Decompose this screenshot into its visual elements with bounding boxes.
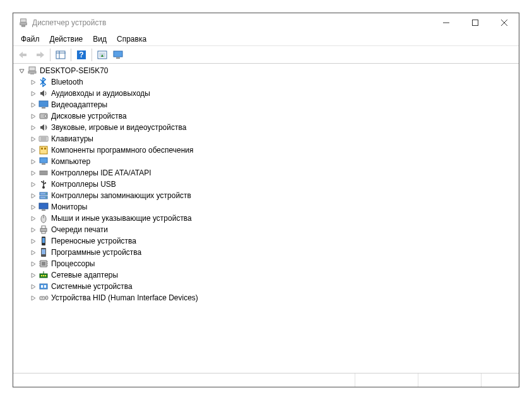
expand-icon[interactable]: [28, 250, 37, 256]
back-button[interactable]: [16, 48, 31, 62]
menu-view[interactable]: Вид: [88, 33, 112, 45]
tree-item[interactable]: Клавиатуры: [17, 133, 519, 144]
expand-icon[interactable]: [28, 136, 37, 142]
tree-item-label: Дисковые устройства: [51, 112, 127, 121]
expand-icon[interactable]: [28, 125, 37, 131]
expand-icon[interactable]: [28, 102, 37, 108]
svg-rect-9: [56, 51, 65, 59]
menu-action[interactable]: Действие: [45, 33, 88, 45]
tree-item[interactable]: Мониторы: [17, 201, 519, 213]
menu-file[interactable]: Файл: [16, 33, 45, 45]
menu-help[interactable]: Справка: [112, 33, 151, 45]
tree-item[interactable]: Компьютер: [17, 156, 519, 167]
tree-item[interactable]: Bluetooth: [17, 76, 519, 88]
svg-rect-33: [42, 163, 45, 165]
expand-icon[interactable]: [28, 295, 37, 301]
tree-item-label: Компоненты программного обеспечения: [51, 146, 194, 155]
expand-icon[interactable]: [28, 79, 37, 85]
tree-item-label: Звуковые, игровые и видеоустройства: [51, 123, 186, 132]
forward-button[interactable]: [32, 48, 47, 62]
expand-icon[interactable]: [28, 284, 37, 290]
svg-rect-1: [20, 23, 27, 25]
expand-icon[interactable]: [28, 182, 37, 187]
mouse-icon: [38, 213, 49, 223]
tree-item-label: Bluetooth: [51, 78, 83, 86]
tree-item-label: Процессоры: [51, 259, 95, 268]
expand-icon[interactable]: [28, 170, 37, 176]
close-button[interactable]: [490, 13, 519, 32]
tree-item-label: Контроллеры IDE ATA/ATAPI: [51, 168, 151, 177]
monitor-button[interactable]: [111, 48, 126, 62]
ide-icon: [38, 168, 49, 178]
tree-item[interactable]: Контроллеры USB: [17, 179, 519, 190]
portable-icon: [38, 236, 49, 246]
toolbar-separator: [50, 49, 50, 61]
svg-rect-68: [41, 275, 42, 276]
svg-point-24: [44, 115, 47, 117]
tree-item[interactable]: Мыши и иные указывающие устройства: [17, 213, 519, 224]
tree-item[interactable]: Компоненты программного обеспечения: [17, 144, 519, 156]
tree-item[interactable]: Звуковые, игровые и видеоустройства: [17, 122, 519, 133]
show-hide-tree-button[interactable]: [53, 48, 68, 62]
svg-rect-73: [41, 285, 43, 288]
svg-point-47: [45, 197, 47, 198]
expand-icon[interactable]: [28, 193, 37, 199]
expand-icon[interactable]: [28, 216, 37, 221]
collapse-icon[interactable]: [17, 68, 26, 74]
window-controls: [432, 13, 519, 32]
menubar: Файл Действие Вид Справка: [13, 32, 519, 46]
svg-rect-56: [42, 238, 45, 243]
svg-rect-18: [29, 67, 35, 71]
tree-item[interactable]: Процессоры: [17, 258, 519, 269]
expand-icon[interactable]: [28, 273, 37, 278]
expand-icon[interactable]: [28, 227, 37, 233]
svg-rect-7: [23, 54, 27, 56]
expand-icon[interactable]: [28, 148, 37, 153]
tree-item[interactable]: Переносные устройства: [17, 235, 519, 247]
tree-item[interactable]: Контроллеры IDE ATA/ATAPI: [17, 167, 519, 179]
expand-icon[interactable]: [28, 261, 37, 267]
tree-item[interactable]: Видеоадаптеры: [17, 99, 519, 110]
svg-rect-58: [42, 249, 45, 254]
expand-icon[interactable]: [28, 238, 37, 244]
maximize-button[interactable]: [461, 13, 490, 32]
expand-icon[interactable]: [28, 159, 37, 165]
tree-item-label: Компьютер: [51, 157, 90, 166]
expand-icon[interactable]: [28, 91, 37, 97]
tree-item[interactable]: Очереди печати: [17, 224, 519, 235]
device-tree[interactable]: DESKTOP-SEI5K70 BluetoothАудиовходы и ау…: [13, 64, 519, 373]
toolbar-separator: [71, 49, 71, 61]
expand-icon[interactable]: [28, 114, 37, 119]
monitor-icon: [38, 202, 49, 212]
tree-item-label: Системные устройства: [51, 282, 133, 291]
tree-item[interactable]: Программные устройства: [17, 247, 519, 258]
svg-point-42: [41, 181, 42, 182]
tree-item-label: Аудиовходы и аудиовыходы: [51, 89, 150, 98]
tree-item-label: Контроллеры запоминающих устройств: [51, 191, 191, 200]
tree-item[interactable]: Устройства HID (Human Interface Devices): [17, 292, 519, 303]
tree-item[interactable]: Системные устройства: [17, 281, 519, 292]
tree-item[interactable]: Контроллеры запоминающих устройств: [17, 190, 519, 201]
tree-item[interactable]: Сетевые адаптеры: [17, 269, 519, 281]
tree-item-label: Очереди печати: [51, 225, 108, 234]
svg-point-46: [45, 193, 47, 194]
minimize-button[interactable]: [432, 13, 461, 32]
tree-item[interactable]: Дисковые устройства: [17, 110, 519, 122]
tree-root-row[interactable]: DESKTOP-SEI5K70: [17, 65, 519, 76]
toolbar: ?: [13, 46, 519, 64]
expand-icon[interactable]: [28, 204, 37, 210]
toolbar-separator: [92, 49, 92, 61]
hid-icon: [38, 293, 49, 303]
help-button[interactable]: ?: [74, 48, 89, 62]
tree-item[interactable]: Аудиовходы и аудиовыходы: [17, 88, 519, 99]
computer-icon: [27, 66, 37, 76]
svg-rect-74: [44, 285, 46, 288]
svg-rect-16: [114, 51, 122, 57]
device-manager-window: Диспетчер устройств Файл Действие Вид Сп…: [13, 13, 519, 387]
computer-icon: [38, 156, 49, 167]
printer-icon: [38, 225, 49, 235]
tree-item-label: Переносные устройства: [51, 237, 136, 245]
scan-hardware-button[interactable]: [95, 48, 110, 62]
usb-icon: [38, 179, 49, 189]
svg-rect-21: [39, 101, 48, 107]
